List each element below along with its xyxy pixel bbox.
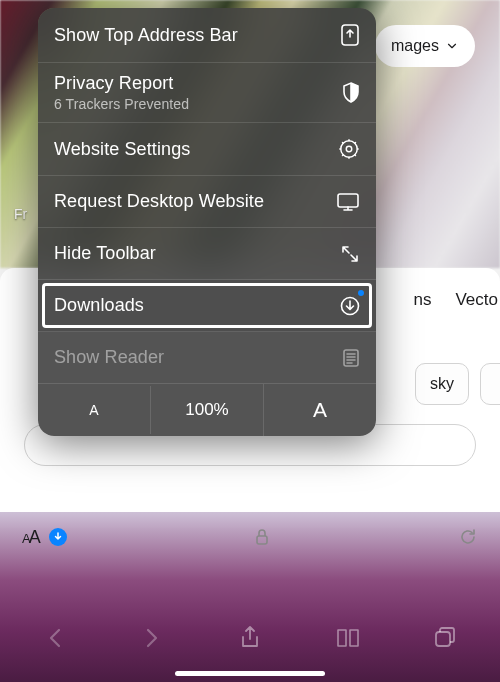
keyword-chip-sky[interactable]: sky xyxy=(415,363,469,405)
share-button[interactable] xyxy=(230,618,270,658)
home-indicator[interactable] xyxy=(175,671,325,676)
filter-pill-images[interactable]: mages xyxy=(375,25,475,67)
lock-icon xyxy=(255,528,269,546)
zoom-value-label: 100% xyxy=(185,400,228,419)
tabs-button[interactable] xyxy=(425,618,465,658)
expand-arrows-icon xyxy=(340,244,360,264)
free-badge: Fr xyxy=(14,206,27,222)
menu-item-label: Show Top Address Bar xyxy=(54,25,238,46)
browser-toolbar xyxy=(0,610,500,666)
desktop-icon xyxy=(336,192,360,212)
menu-item-hide-toolbar[interactable]: Hide Toolbar xyxy=(38,228,376,280)
category-tab[interactable]: Vecto xyxy=(455,290,498,310)
menu-item-sublabel: 6 Trackers Prevented xyxy=(54,96,189,112)
category-tabs-partial: ns Vecto xyxy=(413,290,500,310)
text-size-decrease[interactable]: A xyxy=(38,388,150,432)
reader-icon xyxy=(342,348,360,368)
filter-pill-label: mages xyxy=(391,37,439,55)
shield-icon xyxy=(342,82,360,104)
menu-item-label: Privacy Report xyxy=(54,73,189,94)
back-button xyxy=(35,618,75,658)
menu-item-show-reader: Show Reader xyxy=(38,332,376,383)
menu-item-label: Show Reader xyxy=(54,347,164,368)
menu-item-label: Website Settings xyxy=(54,139,190,160)
menu-item-privacy-report[interactable]: Privacy Report 6 Trackers Prevented xyxy=(38,63,376,123)
text-size-increase[interactable]: A xyxy=(263,384,376,436)
text-size-value[interactable]: 100% xyxy=(150,386,263,434)
svg-point-2 xyxy=(346,146,352,152)
bookmarks-button[interactable] xyxy=(328,618,368,658)
gear-icon xyxy=(338,138,360,160)
zoom-small-label: A xyxy=(89,402,98,418)
zoom-large-label: A xyxy=(313,398,327,421)
menu-item-label: Request Desktop Website xyxy=(54,191,264,212)
menu-item-label: Downloads xyxy=(54,295,144,316)
download-circle-icon xyxy=(340,296,360,316)
svg-rect-3 xyxy=(338,194,358,207)
menu-item-request-desktop[interactable]: Request Desktop Website xyxy=(38,176,376,228)
menu-item-website-settings[interactable]: Website Settings xyxy=(38,123,376,176)
address-bar[interactable]: AA xyxy=(0,516,500,558)
forward-button xyxy=(132,618,172,658)
menu-item-show-address-bar[interactable]: Show Top Address Bar xyxy=(38,8,376,63)
downloads-indicator-icon[interactable] xyxy=(49,528,67,546)
page-settings-button[interactable]: AA xyxy=(22,527,39,548)
menu-item-label: Hide Toolbar xyxy=(54,243,156,264)
svg-rect-7 xyxy=(436,632,450,646)
top-address-bar-icon xyxy=(340,23,360,47)
chevron-down-icon xyxy=(445,39,459,53)
page-settings-menu: Show Top Address Bar Privacy Report 6 Tr… xyxy=(38,8,376,436)
menu-item-downloads[interactable]: Downloads xyxy=(38,280,376,332)
svg-rect-6 xyxy=(257,536,267,544)
text-size-row: A 100% A xyxy=(38,383,376,436)
keyword-chip[interactable] xyxy=(480,363,500,405)
chip-label: sky xyxy=(430,375,454,393)
reload-icon[interactable] xyxy=(458,527,478,547)
category-tab[interactable]: ns xyxy=(413,290,431,310)
downloads-badge-dot xyxy=(358,290,364,296)
